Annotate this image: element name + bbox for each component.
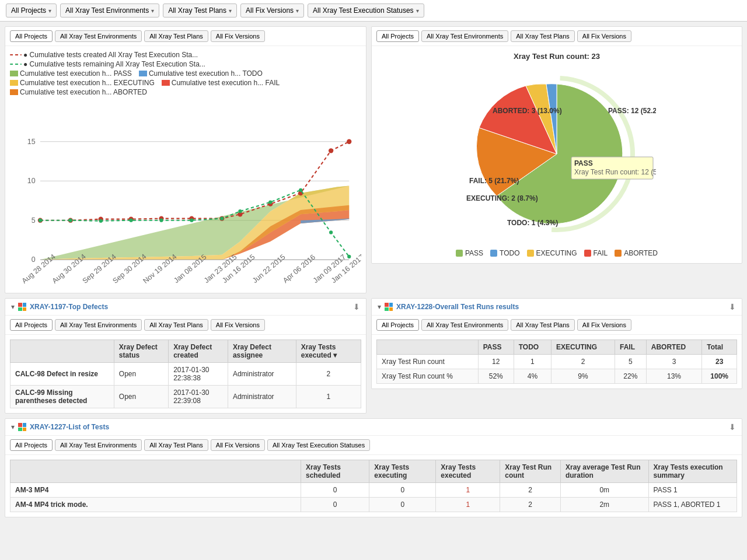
svg-point-31 (220, 216, 224, 220)
svg-point-23 (329, 148, 333, 153)
filter-fix-versions[interactable]: All Fix Versions ▾ (240, 4, 304, 18)
defect-created-2: 2017-01-30 22:39:08 (169, 386, 228, 408)
tab-defects-all-projects[interactable]: All Projects (10, 319, 53, 331)
top-row: All Projects All Xray Test Environments … (5, 26, 742, 293)
filter-all-projects[interactable]: All Projects ▾ (6, 4, 57, 18)
svg-text:FAIL: 5 (21.7%): FAIL: 5 (21.7%) (469, 177, 519, 185)
tab-list-statuses[interactable]: All Xray Test Execution Statuses (267, 439, 370, 451)
col-defect-status: Xray Defect status (114, 340, 168, 363)
tab-overall-fix-versions[interactable]: All Fix Versions (577, 319, 631, 331)
table-row: Xray Test Run count 12 1 2 5 3 23 (377, 355, 737, 369)
legend-color-todo (490, 250, 497, 257)
table-row: CALC-98 Defect in resize Open 2017-01-30… (11, 363, 361, 386)
line-chart-area: ● Cumulative tests created All Xray Test… (5, 46, 366, 293)
tab-environments-pie[interactable]: All Xray Test Environments (421, 30, 508, 42)
tab-list-plans[interactable]: All Xray Test Plans (144, 439, 208, 451)
download-icon-list[interactable]: ⬇ (729, 422, 736, 432)
tab-defects-plans[interactable]: All Xray Test Plans (144, 319, 208, 331)
svg-text:PASS: PASS (574, 159, 593, 167)
tab-defects-environments[interactable]: All Xray Test Environments (55, 319, 142, 331)
overall-row1-fail: 5 (615, 355, 646, 369)
svg-point-29 (159, 219, 163, 222)
svg-point-34 (299, 188, 302, 192)
overall-row1-aborted: 3 (646, 355, 702, 369)
pie-chart-container: All Projects All Xray Test Environments … (371, 26, 742, 264)
line-chart-legend: ● Cumulative tests created All Xray Test… (10, 51, 361, 96)
overall-row2-fail: 22% (615, 369, 646, 384)
test-summary-1: PASS 1 (648, 483, 736, 498)
legend-row-1: Cumulative test execution h... PASS Cumu… (10, 69, 361, 79)
overall-row2-aborted: 13% (646, 369, 702, 384)
filter-statuses[interactable]: All Xray Test Execution Statuses ▾ (308, 4, 424, 18)
tab-overall-environments[interactable]: All Xray Test Environments (421, 319, 508, 331)
tab-defects-fix-versions[interactable]: All Fix Versions (211, 319, 265, 331)
overall-test-runs-container: ▾ XRAY-1228-Overall Test Runs results ⬇ … (371, 298, 742, 389)
test-executing-2: 0 (369, 498, 436, 512)
filter-bar: All Projects ▾ All Xray Test Environment… (0, 0, 747, 22)
svg-text:ABORTED: 3 (13.0%): ABORTED: 3 (13.0%) (493, 107, 562, 115)
overall-row2-pass: 52% (478, 369, 514, 384)
overall-row1-label: Xray Test Run count (377, 355, 479, 369)
svg-point-35 (329, 230, 333, 234)
col-overall-label (377, 340, 479, 355)
top-defects-table-wrap: Xray Defect status Xray Defect created X… (5, 335, 366, 413)
list-of-tests-title: XRAY-1227-List of Tests (30, 423, 725, 431)
table-row: Xray Test Run count % 52% 4% 9% 22% 13% … (377, 369, 737, 384)
col-overall-aborted: ABORTED (646, 340, 702, 355)
tab-list-environments[interactable]: All Xray Test Environments (55, 439, 142, 451)
overall-row1-todo: 1 (514, 355, 551, 369)
col-avg-duration: Xray average Test Run duration (560, 460, 648, 483)
tab-fix-versions-pie[interactable]: All Fix Versions (577, 30, 631, 42)
col-overall-executing: EXECUTING (551, 340, 615, 355)
download-icon-overall[interactable]: ⬇ (729, 302, 736, 312)
collapse-arrow-icon[interactable]: ▾ (11, 303, 15, 311)
tab-list-fix-versions[interactable]: All Fix Versions (211, 439, 265, 451)
tab-environments-line[interactable]: All Xray Test Environments (55, 30, 142, 42)
line-chart-panel: All Projects All Xray Test Environments … (5, 26, 366, 293)
col-defect-name (11, 340, 114, 363)
top-defects-header: ▾ XRAY-1197-Top Defects ⬇ (5, 299, 366, 316)
table-row: AM-3 MP4 0 0 1 2 0m PASS 1 (11, 483, 737, 498)
tab-all-projects-pie[interactable]: All Projects (376, 30, 419, 42)
list-of-tests-table-wrap: Xray Tests scheduled Xray Tests executin… (5, 455, 742, 517)
dropdown-arrow-icon: ▾ (416, 8, 419, 14)
test-name-2: AM-4 MP4 trick mode. (11, 498, 301, 512)
collapse-arrow-icon-overall[interactable]: ▾ (378, 303, 381, 311)
defect-assignee-2: Administrator (228, 386, 296, 408)
list-of-tests-panel: ▾ XRAY-1227-List of Tests ⬇ All Projects… (5, 418, 742, 517)
line-chart-svg: 0 5 10 15 (10, 100, 361, 286)
svg-point-30 (190, 219, 193, 222)
tab-list-all-projects[interactable]: All Projects (10, 439, 53, 451)
collapse-arrow-icon-list[interactable]: ▾ (11, 423, 15, 431)
col-test-name (11, 460, 301, 483)
overall-tabs: All Projects All Xray Test Environments … (372, 316, 742, 335)
middle-row: ▾ XRAY-1197-Top Defects ⬇ All Projects A… (5, 298, 742, 414)
tab-plans-pie[interactable]: All Xray Test Plans (511, 30, 575, 42)
defect-name-1: CALC-98 Defect in resize (11, 363, 114, 386)
pie-svg-wrapper: ABORTED: 3 (13.0%) FAIL: 5 (21.7%) FAIL:… (458, 66, 656, 243)
tab-fix-versions-line[interactable]: All Fix Versions (211, 30, 265, 42)
defect-executed-2: 1 (296, 386, 361, 408)
tab-overall-all-projects[interactable]: All Projects (376, 319, 419, 331)
tab-all-projects-line[interactable]: All Projects (10, 30, 53, 42)
list-of-tests-tabs: All Projects All Xray Test Environments … (5, 436, 742, 455)
filter-environments[interactable]: All Xray Test Environments ▾ (60, 4, 159, 18)
test-summary-2: PASS 1, ABORTED 1 (648, 498, 736, 512)
overall-row1-total: 23 (702, 355, 737, 369)
overall-table-wrap: PASS TODO EXECUTING FAIL ABORTED Total X… (372, 335, 742, 388)
download-icon-defects[interactable]: ⬇ (353, 302, 360, 312)
test-duration-2: 2m (560, 498, 648, 512)
legend-fail: FAIL (584, 249, 608, 257)
legend-executing: EXECUTING (527, 249, 577, 257)
tab-plans-line[interactable]: All Xray Test Plans (144, 30, 208, 42)
filter-plans[interactable]: All Xray Test Plans ▾ (163, 4, 237, 18)
icon-grid-defects (18, 303, 26, 311)
col-defect-created: Xray Defect created (169, 340, 228, 363)
test-run-count-2: 2 (500, 498, 561, 512)
svg-point-25 (39, 219, 42, 222)
dropdown-arrow-icon: ▾ (48, 8, 51, 14)
list-of-tests-header: ▾ XRAY-1227-List of Tests ⬇ (5, 419, 742, 436)
tab-overall-plans[interactable]: All Xray Test Plans (511, 319, 575, 331)
col-test-run-count: Xray Test Run count (500, 460, 561, 483)
svg-point-33 (268, 200, 272, 204)
